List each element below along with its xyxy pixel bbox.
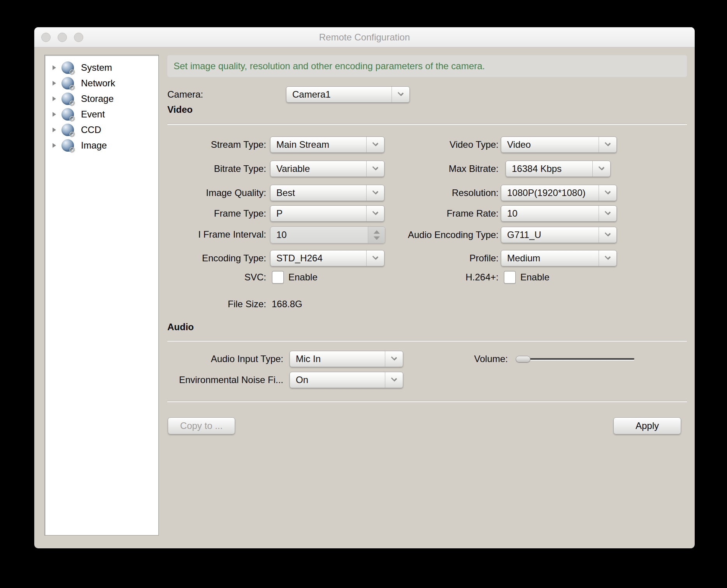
environmental-noise-filter-value: On [290, 372, 385, 388]
disclosure-triangle-icon[interactable] [53, 81, 56, 86]
video-type-select[interactable]: Video [501, 136, 617, 153]
chevron-down-icon [599, 250, 616, 266]
audio-section-heading: Audio [167, 322, 194, 332]
max-bitrate-select[interactable]: 16384 Kbps [506, 161, 611, 177]
max-bitrate-label: Max Bitrate: [369, 161, 499, 177]
audio-input-type-select[interactable]: Mic In [290, 351, 403, 367]
svc-label: SVC: [163, 271, 266, 284]
section-divider [167, 124, 687, 124]
resolution-label: Resolution: [369, 185, 499, 201]
volume-label: Volume: [423, 351, 508, 367]
settings-tree-sidebar: System Network Storage Event CCD Image [44, 55, 159, 536]
bitrate-type-value: Variable [270, 161, 366, 177]
encoding-type-value: STD_H264 [270, 250, 366, 266]
resolution-value: 1080P(1920*1080) [501, 185, 599, 201]
window-title: Remote Configuration [34, 27, 695, 47]
bitrate-type-select[interactable]: Variable [270, 161, 385, 177]
section-divider [167, 340, 687, 341]
settings-globe-icon [61, 124, 74, 136]
tree-item-label: System [81, 62, 112, 73]
profile-select[interactable]: Medium [501, 250, 617, 266]
encoding-type-select[interactable]: STD_H264 [270, 250, 385, 266]
audio-encoding-type-select[interactable]: G711_U [501, 227, 617, 243]
info-banner: Set image quality, resolution and other … [167, 55, 687, 77]
stream-type-label: Stream Type: [163, 136, 266, 153]
svc-enable-label: Enable [288, 271, 318, 284]
chevron-down-icon [599, 185, 616, 201]
settings-globe-icon [61, 93, 74, 105]
disclosure-triangle-icon[interactable] [53, 96, 56, 101]
remote-configuration-window: Remote Configuration System Network Stor… [34, 27, 695, 548]
profile-value: Medium [501, 250, 599, 266]
settings-globe-icon [61, 77, 74, 89]
tree-item-label: Storage [81, 93, 114, 104]
video-type-label: Video Type: [369, 136, 499, 153]
settings-globe-icon [61, 139, 74, 152]
frame-type-value: P [270, 206, 366, 221]
audio-encoding-type-label: Audio Encoding Type: [369, 227, 499, 243]
environmental-noise-filter-select[interactable]: On [290, 372, 403, 388]
disclosure-triangle-icon[interactable] [53, 112, 56, 117]
h264plus-enable-checkbox[interactable] [504, 271, 516, 284]
chevron-down-icon [385, 372, 403, 388]
disclosure-triangle-icon[interactable] [53, 143, 56, 148]
frame-type-label: Frame Type: [163, 205, 266, 222]
chevron-down-icon [392, 87, 409, 102]
chevron-down-icon [599, 206, 616, 221]
tree-item-label: Event [81, 109, 105, 120]
i-frame-interval-spinner[interactable]: 10 [270, 226, 385, 243]
video-section-heading: Video [167, 104, 193, 115]
environmental-noise-filter-label: Environmental Noise Fi... [163, 372, 283, 388]
title-bar: Remote Configuration [34, 27, 695, 47]
volume-slider-handle[interactable] [516, 356, 530, 362]
audio-input-type-value: Mic In [290, 351, 385, 367]
sidebar-item-image[interactable]: Image [45, 138, 158, 153]
minimize-window-icon[interactable] [58, 33, 67, 42]
sidebar-item-network[interactable]: Network [45, 75, 158, 91]
svc-enable-checkbox[interactable] [272, 271, 284, 284]
settings-globe-icon [61, 108, 74, 121]
chevron-down-icon [599, 227, 616, 243]
sidebar-item-storage[interactable]: Storage [45, 91, 158, 107]
audio-encoding-type-value: G711_U [501, 227, 599, 243]
bitrate-type-label: Bitrate Type: [163, 161, 266, 177]
chevron-down-icon [599, 137, 616, 152]
frame-rate-value: 10 [501, 206, 599, 221]
resolution-select[interactable]: 1080P(1920*1080) [501, 185, 617, 201]
profile-label: Profile: [369, 250, 499, 266]
disclosure-triangle-icon[interactable] [53, 65, 56, 70]
sidebar-item-ccd[interactable]: CCD [45, 122, 158, 138]
copy-to-button[interactable]: Copy to ... [168, 417, 235, 434]
h264plus-label: H.264+: [369, 271, 499, 284]
zoom-window-icon[interactable] [74, 33, 83, 42]
tree-item-label: Image [81, 140, 107, 151]
camera-select[interactable]: Camera1 [286, 86, 410, 103]
stream-type-value: Main Stream [270, 137, 366, 152]
i-frame-interval-label: I Frame Interval: [163, 226, 266, 243]
video-type-value: Video [501, 137, 599, 152]
tree-item-label: CCD [81, 124, 101, 135]
h264plus-enable-label: Enable [520, 271, 550, 284]
frame-rate-select[interactable]: 10 [501, 205, 617, 222]
section-divider [167, 401, 687, 401]
frame-type-select[interactable]: P [270, 205, 385, 222]
max-bitrate-value: 16384 Kbps [506, 161, 592, 177]
frame-rate-label: Frame Rate: [369, 205, 499, 222]
image-quality-label: Image Quality: [163, 185, 266, 201]
sidebar-item-system[interactable]: System [45, 60, 158, 75]
chevron-down-icon [385, 351, 403, 367]
image-quality-select[interactable]: Best [270, 185, 385, 201]
close-window-icon[interactable] [41, 33, 51, 42]
i-frame-interval-value: 10 [270, 227, 368, 243]
file-size-label: File Size: [163, 298, 266, 310]
chevron-down-icon [592, 161, 610, 177]
camera-select-value: Camera1 [286, 87, 392, 102]
sidebar-item-event[interactable]: Event [45, 107, 158, 122]
apply-button[interactable]: Apply [613, 417, 681, 434]
tree-item-label: Network [81, 78, 115, 89]
file-size-value: 168.8G [272, 298, 302, 310]
encoding-type-label: Encoding Type: [163, 250, 266, 266]
volume-slider[interactable] [517, 358, 634, 360]
disclosure-triangle-icon[interactable] [53, 128, 56, 132]
stream-type-select[interactable]: Main Stream [270, 136, 385, 153]
